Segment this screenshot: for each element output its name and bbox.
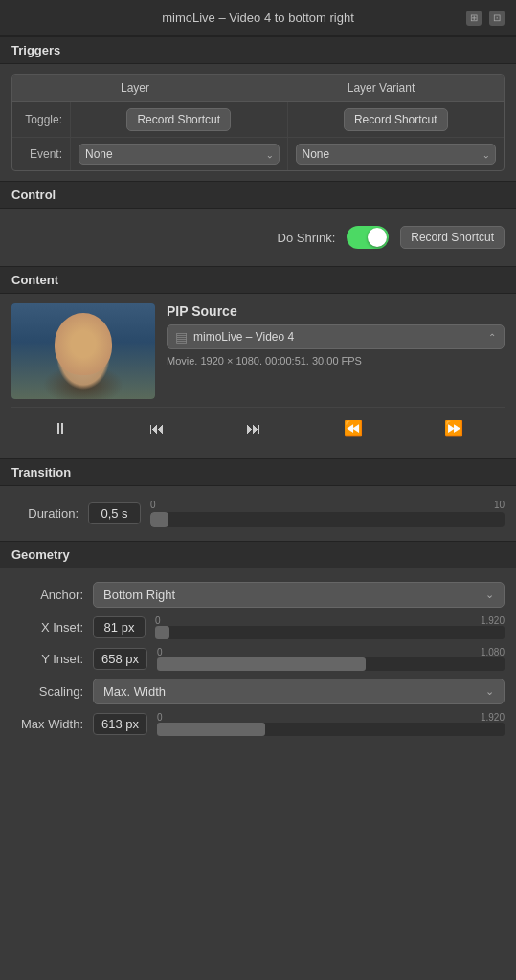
y-inset-slider-labels: 0 1.080 xyxy=(157,647,505,657)
x-inset-max: 1.920 xyxy=(481,615,505,626)
geometry-section-body: Anchor: Bottom Right ⌄ X Inset: 81 px 0 … xyxy=(0,568,516,749)
pip-source-select[interactable]: ▤ mimoLive – Video 4 ⌃ xyxy=(167,324,505,349)
x-inset-slider-fill xyxy=(155,626,169,639)
duration-slider-track[interactable] xyxy=(150,512,505,527)
scaling-row: Scaling: Max. Width ⌄ xyxy=(11,675,505,708)
content-section-body: PIP Source ▤ mimoLive – Video 4 ⌃ Movie.… xyxy=(0,294,516,458)
x-inset-value[interactable]: 81 px xyxy=(93,616,146,638)
triggers-table: Layer Layer Variant Toggle: Record Short… xyxy=(11,74,505,171)
pip-source-value: mimoLive – Video 4 xyxy=(193,330,482,344)
event-layer-select-wrapper[interactable]: None xyxy=(79,144,280,165)
do-shrink-toggle[interactable] xyxy=(347,226,389,249)
x-inset-slider-group: 0 1.920 xyxy=(155,615,505,639)
x-inset-row: X Inset: 81 px 0 1.920 xyxy=(11,612,505,643)
x-inset-slider-labels: 0 1.920 xyxy=(155,615,505,626)
max-width-label: Max Width: xyxy=(11,717,83,731)
toggle-row-label: Toggle: xyxy=(12,102,70,137)
transition-section-header: Transition xyxy=(0,458,516,486)
duration-row: Duration: 0,5 s 0 10 xyxy=(11,496,505,531)
event-variant-select-wrapper[interactable]: None xyxy=(296,144,497,165)
event-layer-cell: None xyxy=(71,138,287,170)
max-width-slider-labels: 0 1.920 xyxy=(157,712,505,723)
x-inset-slider-track[interactable] xyxy=(155,626,505,639)
triggers-section-body: Layer Layer Variant Toggle: Record Short… xyxy=(0,64,516,181)
y-inset-row: Y Inset: 658 px 0 1.080 xyxy=(11,643,505,675)
duration-slider-container: 0 10 xyxy=(150,500,505,527)
anchor-chevron: ⌄ xyxy=(485,589,494,601)
duration-slider-labels: 0 10 xyxy=(150,500,505,510)
layer-variant-column-header: Layer Variant xyxy=(258,75,504,101)
event-variant-cell: None xyxy=(288,138,505,170)
pip-source-chevron: ⌃ xyxy=(488,332,496,343)
control-section-header: Control xyxy=(0,181,516,209)
video-thumbnail xyxy=(11,303,155,399)
title-bar: mimoLive – Video 4 to bottom right ⊞ ⊡ xyxy=(0,0,516,36)
max-width-slider-group: 0 1.920 xyxy=(157,712,505,736)
triggers-header: Layer Layer Variant xyxy=(12,75,504,102)
max-width-min: 0 xyxy=(157,712,163,723)
max-width-value[interactable]: 613 px xyxy=(93,713,147,735)
scaling-value: Max. Width xyxy=(103,684,166,699)
pip-info: PIP Source ▤ mimoLive – Video 4 ⌃ Movie.… xyxy=(167,303,505,367)
layer-column-header: Layer xyxy=(12,75,258,101)
title-icon-2[interactable]: ⊡ xyxy=(489,11,505,26)
y-inset-max: 1.080 xyxy=(481,647,505,657)
title-bar-controls: ⊞ ⊡ xyxy=(466,11,505,26)
max-width-slider-fill xyxy=(157,723,265,736)
movie-info: Movie. 1920 × 1080. 00:00:51. 30.00 FPS xyxy=(167,355,505,367)
skip-back-button[interactable]: ⏪ xyxy=(336,415,370,441)
control-section-body: Do Shrink: Record Shortcut xyxy=(0,209,516,266)
event-variant-select[interactable]: None xyxy=(296,144,497,165)
duration-label: Duration: xyxy=(11,506,79,521)
pip-source-label: PIP Source xyxy=(167,303,505,319)
duration-min-label: 0 xyxy=(150,500,156,510)
playback-controls: ⏸ ⏮ ⏭ ⏪ ⏩ xyxy=(11,407,505,449)
y-inset-label: Y Inset: xyxy=(11,652,83,666)
prev-frame-button[interactable]: ⏮ xyxy=(142,416,172,441)
pip-content-row: PIP Source ▤ mimoLive – Video 4 ⌃ Movie.… xyxy=(11,303,505,399)
geometry-section-header: Geometry xyxy=(0,541,516,568)
scaling-select[interactable]: Max. Width ⌄ xyxy=(93,679,505,704)
event-layer-select[interactable]: None xyxy=(79,144,280,165)
transition-section-body: Duration: 0,5 s 0 10 xyxy=(0,486,516,541)
max-width-slider-track[interactable] xyxy=(157,723,505,736)
scaling-chevron: ⌄ xyxy=(485,685,494,698)
anchor-value: Bottom Right xyxy=(103,588,175,602)
toggle-variant-cell: Record Shortcut xyxy=(288,102,505,137)
y-inset-slider-group: 0 1.080 xyxy=(157,647,505,671)
x-inset-min: 0 xyxy=(155,615,161,626)
anchor-row: Anchor: Bottom Right ⌄ xyxy=(11,578,505,612)
next-frame-button[interactable]: ⏭ xyxy=(238,416,269,441)
toggle-layer-cell: Record Shortcut xyxy=(71,102,287,137)
toggle-knob xyxy=(368,228,387,247)
record-shortcut-toggle-layer[interactable]: Record Shortcut xyxy=(126,108,231,131)
record-shortcut-toggle-variant[interactable]: Record Shortcut xyxy=(344,108,448,131)
video-person-preview xyxy=(11,303,155,399)
film-icon: ▤ xyxy=(175,329,188,345)
y-inset-slider-fill xyxy=(157,657,366,671)
duration-max-label: 10 xyxy=(494,500,505,510)
event-row: Event: None None xyxy=(12,138,504,170)
y-inset-slider-track[interactable] xyxy=(157,657,505,671)
scaling-label: Scaling: xyxy=(11,684,83,699)
anchor-select[interactable]: Bottom Right ⌄ xyxy=(93,582,505,608)
skip-forward-button[interactable]: ⏩ xyxy=(437,415,471,441)
triggers-section-header: Triggers xyxy=(0,36,516,64)
y-inset-min: 0 xyxy=(157,647,163,657)
title-icon-1[interactable]: ⊞ xyxy=(466,11,482,26)
x-inset-label: X Inset: xyxy=(11,620,83,635)
y-inset-value[interactable]: 658 px xyxy=(93,648,147,670)
play-pause-button[interactable]: ⏸ xyxy=(45,416,76,441)
content-section-header: Content xyxy=(0,266,516,294)
anchor-label: Anchor: xyxy=(11,588,83,602)
toggle-row: Toggle: Record Shortcut Record Shortcut xyxy=(12,102,504,138)
max-width-max: 1.920 xyxy=(481,712,505,723)
do-shrink-label: Do Shrink: xyxy=(278,231,336,245)
do-shrink-row: Do Shrink: Record Shortcut xyxy=(11,218,505,256)
event-row-label: Event: xyxy=(12,138,70,170)
duration-slider-fill xyxy=(150,512,168,527)
duration-value[interactable]: 0,5 s xyxy=(88,502,141,524)
record-shortcut-control[interactable]: Record Shortcut xyxy=(400,226,505,249)
window-title: mimoLive – Video 4 to bottom right xyxy=(162,11,354,25)
max-width-row: Max Width: 613 px 0 1.920 xyxy=(11,708,505,740)
